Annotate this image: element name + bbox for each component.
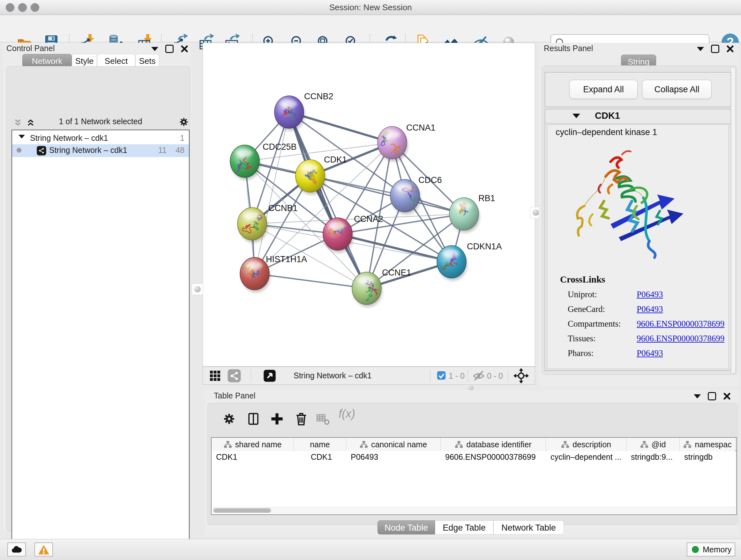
panel-menu-button[interactable] bbox=[694, 394, 701, 398]
function-builder-button[interactable]: f(x) bbox=[339, 407, 356, 424]
warnings-button[interactable] bbox=[35, 543, 53, 557]
node-table: shared namenamecanonical namedatabase id… bbox=[211, 437, 737, 515]
crosslink-row: Uniprot:P06493 bbox=[568, 290, 597, 300]
columns-icon bbox=[246, 411, 261, 427]
panel-float-button[interactable] bbox=[165, 45, 174, 53]
network-edge[interactable] bbox=[255, 112, 289, 273]
left-splitter-handle[interactable] bbox=[192, 284, 203, 295]
panel-float-button[interactable] bbox=[711, 45, 719, 53]
gene-entry-header[interactable]: CDK1 bbox=[545, 109, 731, 124]
results-scrollbar[interactable] bbox=[731, 67, 736, 373]
node-label-ccna2: CCNA2 bbox=[354, 214, 383, 224]
delete-table-button[interactable] bbox=[315, 411, 332, 428]
network-tree: String Network – cdk1 1 String Network –… bbox=[11, 130, 190, 560]
crosslink-link[interactable]: P06493 bbox=[636, 348, 663, 358]
crosslink-link[interactable]: P06493 bbox=[636, 304, 663, 314]
tab-style[interactable]: Style bbox=[72, 54, 97, 67]
window-title: Session: New Session bbox=[0, 0, 741, 15]
tab-edge-table[interactable]: Edge Table bbox=[435, 520, 493, 535]
panel-close-button[interactable] bbox=[723, 392, 731, 400]
node-label-cdk1: CDK1 bbox=[324, 155, 347, 165]
column-header-description[interactable]: description bbox=[546, 438, 626, 451]
table-options-gear-button[interactable] bbox=[221, 411, 239, 428]
grid-view-button[interactable] bbox=[207, 368, 223, 385]
table-panel: Table Panel f(x) shared namenamecanonica… bbox=[204, 390, 738, 535]
tab-network[interactable]: Network bbox=[22, 54, 72, 67]
hidden-eye-slash-icon bbox=[472, 368, 486, 382]
delete-column-button[interactable] bbox=[293, 411, 311, 428]
crosslink-label: Compartments: bbox=[568, 319, 621, 328]
network-canvas[interactable]: CCNB2CCNA1CDC25BCDK1CDC6RB1CCNB1CCNA2CDK… bbox=[203, 43, 535, 367]
gene-description: cyclin–dependent kinase 1 bbox=[556, 127, 657, 137]
column-header-shared-name[interactable]: shared name bbox=[212, 438, 294, 451]
column-header-label: description bbox=[572, 440, 611, 449]
add-column-button[interactable] bbox=[269, 411, 286, 428]
table-panel-body: f(x) shared namenamecanonical namedataba… bbox=[207, 403, 738, 525]
column-namespace-icon bbox=[683, 440, 691, 449]
panel-menu-button[interactable] bbox=[151, 47, 158, 51]
network-view-title: String Network – cdk1 bbox=[293, 371, 372, 380]
tree-expander-icon[interactable] bbox=[18, 135, 25, 138]
crosslink-label: Tissues: bbox=[568, 334, 596, 343]
cloud-button[interactable] bbox=[7, 543, 26, 557]
column-header--id[interactable]: @id bbox=[626, 438, 680, 451]
panel-close-button[interactable] bbox=[181, 45, 188, 53]
network-node-cdkn1a[interactable] bbox=[437, 246, 467, 281]
network-node-ccna1[interactable] bbox=[378, 126, 408, 162]
network-list-button[interactable] bbox=[226, 368, 242, 385]
network-collection-label: String Network – cdk1 bbox=[30, 133, 108, 143]
warning-icon bbox=[35, 543, 52, 556]
column-header-label: shared name bbox=[235, 440, 282, 449]
birds-eye-view-button[interactable] bbox=[513, 368, 529, 385]
show-columns-button[interactable] bbox=[246, 411, 263, 428]
network-share-icon bbox=[37, 145, 47, 156]
results-panel: Results Panel String Expand All Collapse… bbox=[539, 43, 738, 386]
network-edge[interactable] bbox=[255, 273, 367, 288]
gene-name: CDK1 bbox=[595, 111, 620, 121]
network-row-selected[interactable]: String Network – cdk1 11 48 bbox=[12, 144, 189, 157]
scrollbar-thumb[interactable] bbox=[213, 508, 271, 513]
node-label-cdc25b: CDC25B bbox=[263, 142, 297, 152]
crosslink-link[interactable]: P06493 bbox=[636, 290, 663, 300]
network-node-rb1[interactable] bbox=[449, 198, 480, 233]
column-header-label: canonical name bbox=[371, 440, 427, 449]
network-view-toolbar: String Network – cdk1 1 - 0 0 - 0 bbox=[203, 367, 535, 385]
tab-sets[interactable]: Sets bbox=[135, 54, 159, 67]
network-graph[interactable]: CCNB2CCNA1CDC25BCDK1CDC6RB1CCNB1CCNA2CDK… bbox=[203, 43, 535, 366]
horizontal-splitter-handle[interactable] bbox=[468, 385, 474, 390]
detach-view-button[interactable] bbox=[262, 368, 277, 384]
collapse-all-button[interactable]: Collapse All bbox=[642, 80, 712, 99]
network-collection-row[interactable]: String Network – cdk1 1 bbox=[12, 133, 189, 145]
expand-all-button[interactable]: Expand All bbox=[569, 80, 637, 99]
tab-select[interactable]: Select bbox=[97, 54, 135, 67]
network-node-cdk1[interactable] bbox=[295, 160, 326, 195]
panel-menu-button[interactable] bbox=[697, 47, 704, 51]
hidden-eye-icon[interactable] bbox=[472, 368, 486, 384]
selected-count-checkbox[interactable] bbox=[434, 369, 448, 383]
network-node-ccnb2[interactable] bbox=[274, 96, 305, 131]
column-namespace-icon bbox=[561, 440, 569, 449]
column-header-canonical-name[interactable]: canonical name bbox=[346, 438, 441, 451]
panel-close-button[interactable] bbox=[726, 45, 734, 53]
table-panel-title: Table Panel bbox=[214, 391, 256, 400]
memory-status-dot bbox=[692, 546, 699, 553]
network-options-gear-button[interactable] bbox=[178, 116, 190, 130]
node-label-cdkn1a: CDKN1A bbox=[467, 242, 502, 251]
network-node-ccnb1[interactable] bbox=[238, 207, 268, 243]
crosslink-link[interactable]: 9606.ENSP00000378699 bbox=[636, 319, 724, 329]
crosslink-link[interactable]: 9606.ENSP00000378699 bbox=[636, 334, 724, 344]
node-label-hist1h1a: HIST1H1A bbox=[266, 254, 307, 264]
column-header-database-identifier[interactable]: database identifier bbox=[441, 438, 546, 451]
string-results-container: Expand All Collapse All CDK1 cyclin–depe… bbox=[542, 65, 737, 375]
column-header-name[interactable]: name bbox=[294, 438, 346, 451]
entry-expander-icon bbox=[572, 114, 580, 118]
column-header-namespac[interactable]: namespac bbox=[680, 438, 736, 451]
crosslink-row: GeneCard:P06493 bbox=[568, 304, 605, 314]
network-node-cdc25b[interactable] bbox=[230, 145, 260, 180]
table-cell: CDK1 bbox=[216, 452, 292, 465]
tab-node-table[interactable]: Node Table bbox=[378, 520, 435, 535]
tab-network-table[interactable]: Network Table bbox=[493, 520, 564, 535]
panel-float-button[interactable] bbox=[708, 392, 716, 400]
memory-button[interactable]: Memory bbox=[687, 543, 735, 557]
node-label-rb1: RB1 bbox=[478, 193, 495, 203]
